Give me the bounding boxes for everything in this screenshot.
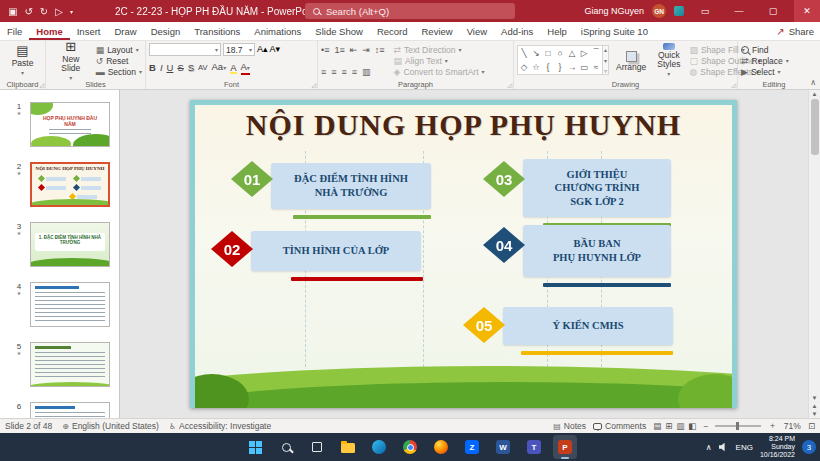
- accessibility-status[interactable]: ♿ Accessibility: Investigate: [169, 421, 271, 431]
- slide-thumbnail-3[interactable]: 1. ĐẶC ĐIỂM TÌNH HÌNH NHÀ TRƯỜNG: [30, 222, 110, 267]
- shape-star-icon[interactable]: ☆: [532, 62, 540, 72]
- fit-slide-icon[interactable]: ⊡: [808, 421, 815, 431]
- item-02-diamond[interactable]: 02: [211, 231, 253, 267]
- shape-freeform-icon[interactable]: ≈: [594, 62, 599, 72]
- tab-view[interactable]: View: [460, 22, 494, 40]
- change-case-button[interactable]: Aa▾: [212, 61, 227, 74]
- search-box[interactable]: Search (Alt+Q): [305, 3, 515, 19]
- arrange-button[interactable]: Arrange: [612, 43, 650, 79]
- speaker-icon[interactable]: [719, 442, 729, 452]
- hidden-icons-chevron[interactable]: ∧: [706, 443, 712, 452]
- paragraph-dialog-launcher[interactable]: ◿: [507, 82, 512, 88]
- slide-canvas[interactable]: NỘI DUNG HỌP PHỤ HUYNH 01 ĐẶC ĐIỂM TÌNH …: [190, 100, 737, 408]
- chrome-button[interactable]: [398, 435, 422, 459]
- scrollbar-thumb[interactable]: [811, 99, 819, 155]
- font-dialog-launcher[interactable]: ◿: [311, 82, 316, 88]
- convert-to-smartart-button[interactable]: ◈Convert to SmartArt▾: [394, 67, 485, 77]
- zoom-out-icon[interactable]: −: [703, 421, 708, 431]
- slide-thumbnail-2-selected[interactable]: NỘI DUNG HỌP PHỤ HUYNH: [30, 162, 110, 207]
- teams-button[interactable]: T: [522, 435, 546, 459]
- collapse-ribbon-icon[interactable]: ∧: [810, 78, 816, 87]
- paste-button[interactable]: ▤ Paste ▾: [8, 43, 38, 79]
- tab-transitions[interactable]: Transitions: [187, 22, 247, 40]
- highlight-color-button[interactable]: A: [230, 62, 236, 73]
- clock[interactable]: 8:24 PM Sunday 10/16/2022: [760, 435, 795, 459]
- item-01-box[interactable]: ĐẶC ĐIỂM TÌNH HÌNH NHÀ TRƯỜNG: [271, 163, 431, 209]
- new-slide-button[interactable]: ⊞ New Slide ▾: [49, 43, 93, 79]
- scroll-down-icon[interactable]: ▼: [812, 395, 818, 401]
- tab-design[interactable]: Design: [144, 22, 188, 40]
- item-05-box[interactable]: Ý KIẾN CMHS: [503, 307, 673, 345]
- task-view-button[interactable]: [305, 435, 329, 459]
- font-size-combo[interactable]: 18.7▾: [223, 43, 255, 56]
- vertical-scrollbar[interactable]: ▲ ▼ ▲ ▼: [808, 90, 820, 418]
- shape-rectangle-icon[interactable]: □: [545, 48, 550, 58]
- start-button[interactable]: [243, 435, 267, 459]
- tab-draw[interactable]: Draw: [107, 22, 143, 40]
- character-spacing-button[interactable]: AV: [198, 62, 207, 73]
- slide-thumbnail-1[interactable]: HỌP PHỤ HUYNH ĐẦU NĂM: [30, 102, 110, 147]
- tab-review[interactable]: Review: [415, 22, 460, 40]
- shape-triangle-icon[interactable]: △: [569, 48, 576, 58]
- gallery-more-icon[interactable]: ▿: [604, 67, 607, 74]
- underline-button[interactable]: U: [167, 62, 174, 73]
- item-04-box[interactable]: BẦU BAN PHỤ HUYNH LỚP: [523, 225, 671, 277]
- align-center-icon[interactable]: ≡: [331, 67, 336, 77]
- qat-customize-icon[interactable]: ▾: [70, 8, 73, 15]
- ribbon-display-options-icon[interactable]: ▭: [692, 0, 718, 22]
- maximize-icon[interactable]: ▢: [760, 0, 786, 22]
- strikethrough-button[interactable]: S: [177, 62, 183, 73]
- increase-indent-icon[interactable]: ⇥: [362, 45, 370, 55]
- shape-right-triangle-icon[interactable]: ▷: [581, 48, 588, 58]
- undo-icon[interactable]: ↺: [24, 6, 32, 17]
- powerpoint-button[interactable]: P: [553, 435, 577, 459]
- share-button[interactable]: ↗ Share: [776, 22, 814, 41]
- quick-styles-button[interactable]: Quick Styles ▾: [653, 43, 684, 79]
- reading-view-icon[interactable]: ▥: [676, 421, 684, 431]
- shape-block-arrow-icon[interactable]: →: [568, 62, 577, 72]
- titlebar-extra-icon[interactable]: [674, 6, 684, 16]
- scroll-up-icon[interactable]: ▲: [812, 91, 818, 97]
- decrease-indent-icon[interactable]: ⇤: [350, 45, 358, 55]
- zoom-in-icon[interactable]: ＋: [768, 420, 777, 432]
- select-button[interactable]: ▶Select▾: [741, 67, 789, 77]
- comments-button[interactable]: Comments: [593, 421, 646, 431]
- font-color-button[interactable]: A▾: [241, 61, 250, 74]
- tab-insert[interactable]: Insert: [70, 22, 108, 40]
- item-03-box[interactable]: GIỚI THIỆU CHƯƠNG TRÌNH SGK LỚP 2: [523, 159, 671, 217]
- zoom-knob[interactable]: [736, 422, 739, 430]
- slide-thumbnail-5[interactable]: [30, 342, 110, 387]
- start-slideshow-icon[interactable]: ▷: [55, 6, 63, 17]
- firefox-button[interactable]: [429, 435, 453, 459]
- font-name-combo[interactable]: ▾: [149, 43, 221, 56]
- user-name[interactable]: Giang NGuyen: [584, 6, 644, 16]
- slide-thumbnail-4[interactable]: [30, 282, 110, 327]
- slide-indicator[interactable]: Slide 2 of 48: [5, 421, 52, 431]
- shape-brace-right-icon[interactable]: }: [559, 62, 562, 72]
- align-text-button[interactable]: ▤Align Text▾: [394, 56, 485, 66]
- tab-slide-show[interactable]: Slide Show: [308, 22, 370, 40]
- slide-sorter-view-icon[interactable]: ⊞: [665, 421, 672, 431]
- item-01-diamond[interactable]: 01: [231, 161, 273, 197]
- gallery-down-icon[interactable]: ▾: [604, 57, 607, 64]
- numbering-icon[interactable]: 1≡: [334, 45, 344, 55]
- edge-button[interactable]: [367, 435, 391, 459]
- item-02-box[interactable]: TÌNH HÌNH CỦA LỚP: [251, 231, 421, 271]
- shapes-gallery[interactable]: ╲ ↘ □ ○ △ ▷ ⌒ ◇ ☆ { } → ▭ ≈: [517, 45, 603, 75]
- word-button[interactable]: W: [491, 435, 515, 459]
- align-right-icon[interactable]: ≡: [342, 67, 347, 77]
- zalo-button[interactable]: Z: [460, 435, 484, 459]
- text-shadow-button[interactable]: S: [188, 62, 194, 73]
- shrink-font-icon[interactable]: A▾: [270, 44, 281, 55]
- notification-badge[interactable]: 3: [802, 440, 816, 454]
- taskbar-search-button[interactable]: [274, 435, 298, 459]
- item-05-diamond[interactable]: 05: [463, 307, 505, 343]
- next-slide-icon[interactable]: ▼: [812, 411, 818, 417]
- tab-home[interactable]: Home: [29, 22, 69, 40]
- close-icon[interactable]: ✕: [794, 0, 820, 22]
- replace-button[interactable]: ⇄Replace▾: [741, 56, 789, 66]
- minimize-icon[interactable]: —: [726, 0, 752, 22]
- redo-icon[interactable]: ↻: [40, 6, 48, 17]
- tab-ispring-suite[interactable]: iSpring Suite 10: [574, 22, 655, 40]
- input-language[interactable]: ENG: [736, 443, 753, 452]
